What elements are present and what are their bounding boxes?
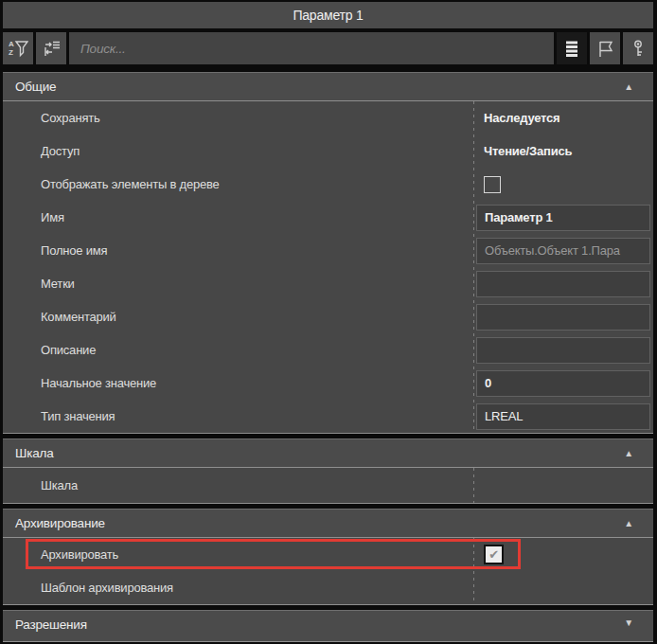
section-scale-rows: Шкала (3, 468, 653, 504)
list-view-icon (561, 38, 582, 59)
properties-view-button[interactable] (557, 32, 587, 64)
sort-filter-icon: A Z (8, 38, 28, 59)
section-general-rows: Сохранять Наследуется Доступ Чтение/Запи… (3, 101, 653, 434)
property-row: Доступ Чтение/Запись (3, 134, 653, 168)
archive-checkbox[interactable]: ✔ (484, 545, 504, 564)
collapse-icon[interactable]: ▲ (624, 81, 633, 92)
toolbar: A Z (3, 32, 653, 64)
archive-template-value-cell[interactable] (473, 571, 653, 604)
property-label: Шкала (3, 468, 473, 503)
search-input[interactable] (69, 32, 554, 64)
property-label: Начальное значение (3, 367, 473, 400)
property-label: Полное имя (3, 234, 473, 267)
section-title: Шкала (15, 446, 53, 460)
property-row: Отображать элементы в дереве (3, 168, 653, 201)
panel-title-bar: Параметр 1 (3, 2, 653, 28)
name-field[interactable] (476, 205, 650, 231)
property-label: Описание (3, 333, 473, 367)
section-header-permissions[interactable]: Разрешения ▼ (3, 610, 653, 642)
key-icon (628, 38, 648, 59)
flag-button[interactable] (590, 32, 620, 64)
property-label: Имя (3, 201, 473, 234)
property-label: Метки (3, 267, 473, 300)
collapse-icon[interactable]: ▲ (624, 518, 633, 528)
property-row: Комментарий (3, 300, 653, 333)
property-label: Шаблон архивирования (3, 571, 473, 604)
properties-panel: Параметр 1 A Z (0, 0, 657, 644)
tags-field[interactable] (476, 271, 650, 297)
property-row: Тип значения (3, 400, 653, 433)
section-title: Разрешения (15, 617, 87, 632)
collapse-icon[interactable]: ▲ (624, 448, 633, 458)
locate-in-tree-button[interactable] (36, 32, 66, 64)
section-title: Архивирование (15, 516, 105, 530)
property-row: Метки (3, 267, 653, 300)
section-archiving-rows: Архивировать ✔ Шаблон архивирования (3, 538, 653, 605)
property-value-cell (473, 234, 653, 267)
section-header-archiving[interactable]: Архивирование ▲ (3, 509, 653, 538)
access-value: Чтение/Запись (484, 144, 572, 158)
key-button[interactable] (623, 32, 653, 64)
section-header-scale[interactable]: Шкала ▲ (3, 438, 653, 468)
panel-title: Параметр 1 (293, 8, 363, 23)
section-header-general[interactable]: Общие ▲ (3, 72, 653, 101)
expand-icon[interactable]: ▼ (624, 617, 633, 628)
property-value-cell (473, 367, 653, 400)
scale-value-cell[interactable] (473, 468, 653, 503)
property-value-cell (473, 267, 653, 300)
property-value-cell[interactable]: Чтение/Запись (473, 134, 653, 168)
check-icon: ✔ (488, 548, 499, 561)
property-row: Начальное значение (3, 367, 653, 400)
property-value-cell (473, 201, 653, 234)
svg-text:A: A (9, 40, 14, 48)
property-label: Комментарий (3, 300, 473, 333)
description-field[interactable] (476, 337, 650, 364)
locate-in-tree-icon (41, 38, 62, 59)
property-value-cell (473, 333, 653, 367)
sort-filter-button[interactable]: A Z (3, 32, 33, 64)
property-label: Тип значения (3, 400, 473, 433)
property-row: Полное имя (3, 234, 653, 267)
comment-field[interactable] (476, 304, 650, 331)
property-row: Шаблон архивирования (3, 571, 653, 604)
property-value-cell[interactable]: Наследуется (473, 101, 653, 134)
property-row-archive: Архивировать ✔ (3, 538, 653, 571)
value-type-field[interactable] (476, 403, 650, 430)
flag-icon (595, 38, 615, 59)
property-value-cell (473, 300, 653, 333)
property-label: Доступ (3, 134, 473, 168)
property-value-cell (473, 400, 653, 433)
property-row: Описание (3, 333, 653, 367)
section-title: Общие (15, 80, 56, 94)
property-value-cell: ✔ (473, 538, 653, 571)
property-label: Архивировать (3, 538, 473, 571)
property-row: Сохранять Наследуется (3, 101, 653, 134)
show-in-tree-checkbox[interactable] (484, 176, 501, 193)
property-value-cell (473, 168, 653, 201)
full-name-field (476, 238, 650, 264)
inherited-value: Наследуется (484, 111, 560, 125)
property-row: Имя (3, 201, 653, 234)
svg-text:Z: Z (9, 48, 13, 57)
property-row: Шкала (3, 468, 653, 503)
property-label: Отображать элементы в дереве (3, 168, 473, 201)
property-label: Сохранять (3, 101, 473, 134)
search-box (69, 32, 554, 64)
initial-value-field[interactable] (476, 370, 650, 397)
